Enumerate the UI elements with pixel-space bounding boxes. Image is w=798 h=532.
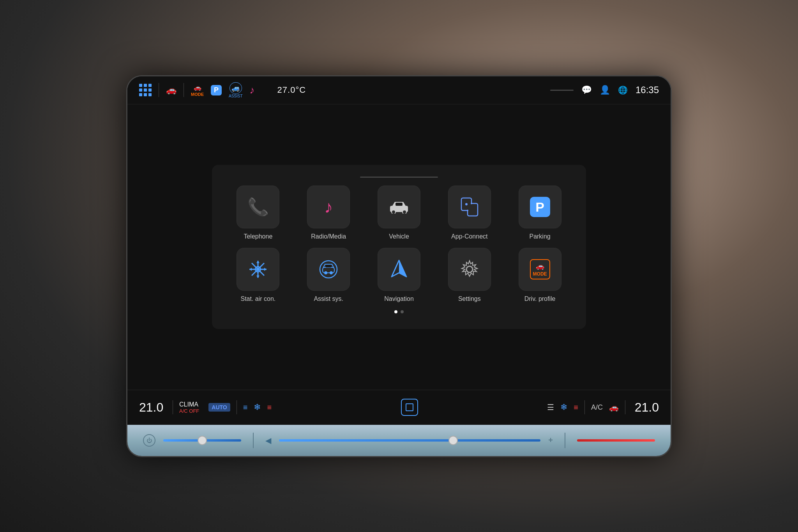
top-bar-right: 💬 👤 🌐 16:35 — [542, 85, 659, 95]
time-display: 16:35 — [636, 85, 659, 95]
globe-icon[interactable]: 🌐 — [618, 85, 628, 95]
svg-point-8 — [465, 203, 468, 205]
center-screen-button[interactable] — [401, 399, 418, 416]
app-tile-vehicle[interactable]: Vehicle — [369, 186, 430, 240]
grid-dot — [144, 84, 147, 87]
climate-divider-3 — [584, 400, 585, 414]
main-content: 📞 Telephone ♪ Radio/Media — [127, 104, 671, 390]
app-tile-settings[interactable]: Settings — [439, 248, 500, 302]
climate-divider-2 — [237, 400, 237, 414]
assist-top-icon[interactable]: 🚙 ASSIST — [229, 82, 243, 98]
parking-p-icon: P — [530, 197, 550, 217]
svg-point-2 — [403, 210, 406, 214]
svg-point-17 — [330, 271, 333, 274]
app-icon-assist-sys — [307, 248, 350, 291]
scroll-indicator — [360, 177, 438, 178]
heated-seat-right-icon[interactable]: ❄ — [560, 402, 567, 412]
app-label-settings: Settings — [458, 295, 481, 302]
triangle-icon[interactable]: ◀ — [265, 436, 271, 445]
user-icon[interactable]: 👤 — [600, 85, 610, 95]
app-icon-settings — [448, 248, 491, 291]
heated-seat-left-icon[interactable]: ❄ — [254, 402, 261, 412]
app-icon-vehicle — [378, 186, 420, 228]
home-grid-icon[interactable] — [139, 84, 152, 96]
top-bar-left: 🚗 🚗 MODE P 🚙 ASSIST ♪ — [139, 82, 542, 98]
center-slider[interactable] — [279, 439, 540, 442]
divider — [159, 83, 159, 97]
app-label-telephone: Telephone — [244, 233, 272, 240]
right-slider-red[interactable] — [577, 439, 655, 442]
fan-speed-left-icon[interactable]: ≡ — [243, 403, 248, 412]
ac-label[interactable]: A/C — [591, 403, 603, 412]
grid-dot — [139, 93, 142, 96]
app-icon-radio-media: ♪ — [307, 186, 350, 228]
page-dot-2[interactable] — [401, 310, 404, 313]
climate-divider-1 — [173, 400, 173, 414]
screen-button-inner — [406, 403, 413, 411]
grid-dot — [139, 84, 142, 87]
page-dots — [228, 310, 570, 313]
divider — [184, 83, 184, 97]
app-tile-stat-air-con[interactable]: Stat. air con. — [228, 248, 289, 302]
climate-bar: 21.0 CLIMA A/C OFF AUTO ≡ ❄ ≡ — [127, 390, 671, 425]
grid-dot — [148, 84, 152, 87]
svg-point-21 — [466, 266, 473, 272]
settings-gear-icon — [459, 259, 480, 279]
app-icon-telephone: 📞 — [237, 186, 279, 228]
fan-right-icon[interactable]: ≡ — [574, 403, 578, 412]
app-label-radio-media: Radio/Media — [311, 233, 346, 240]
app-tile-navigation[interactable]: Navigation — [369, 248, 430, 302]
aircon-icon — [248, 259, 268, 279]
app-icon-app-connect — [448, 186, 491, 228]
grid-dot — [148, 88, 152, 92]
app-icon-stat-air-con — [237, 248, 279, 291]
app-icon-driv-profile: 🚗 MODE — [519, 248, 561, 291]
grid-dot — [144, 88, 147, 92]
app-grid-row2: Stat. air con. — [228, 248, 570, 302]
app-label-app-connect: App-Connect — [451, 233, 487, 240]
climate-divider-4 — [625, 400, 625, 414]
app-tile-parking[interactable]: P Parking — [509, 186, 570, 240]
app-grid-container: 📞 Telephone ♪ Radio/Media — [212, 165, 586, 329]
app-label-navigation: Navigation — [384, 295, 414, 302]
app-tile-radio-media[interactable]: ♪ Radio/Media — [298, 186, 359, 240]
svg-point-16 — [324, 271, 327, 274]
grid-dot — [148, 93, 152, 96]
physical-divider-2 — [565, 433, 565, 448]
app-tile-driv-profile[interactable]: 🚗 MODE Driv. profile — [509, 248, 570, 302]
app-label-vehicle: Vehicle — [389, 233, 409, 240]
music-icon: ♪ — [324, 197, 333, 217]
chat-icon[interactable]: 💬 — [581, 85, 592, 95]
physical-control-bar: ⏻ ◀ + — [127, 425, 671, 456]
grid-dot — [139, 88, 142, 92]
power-button[interactable]: ⏻ — [143, 434, 155, 447]
left-slider-blue[interactable] — [163, 439, 241, 442]
app-tile-assist-sys[interactable]: Assist sys. — [298, 248, 359, 302]
music-top-icon[interactable]: ♪ — [250, 84, 255, 96]
car-rear-icon[interactable]: 🚗 — [609, 403, 619, 412]
svg-rect-15 — [323, 267, 334, 273]
grid-dot — [144, 93, 147, 96]
right-slider-thumb — [448, 436, 458, 445]
svg-point-1 — [392, 210, 395, 214]
nav-arrow-icon — [390, 259, 408, 280]
left-slider-thumb — [198, 436, 207, 445]
page-dot-1[interactable] — [394, 310, 397, 313]
mode-top-icon[interactable]: 🚗 MODE — [191, 84, 204, 97]
svg-rect-3 — [395, 203, 403, 206]
fan-speed-icon[interactable]: ≡ — [267, 403, 272, 412]
svg-rect-18 — [326, 265, 331, 267]
car-icon[interactable]: 🚗 — [166, 85, 177, 95]
app-tile-telephone[interactable]: 📞 Telephone — [228, 186, 289, 240]
menu-lines-icon[interactable]: ☰ — [547, 403, 554, 412]
app-tile-app-connect[interactable]: App-Connect — [439, 186, 500, 240]
auto-badge[interactable]: AUTO — [208, 403, 230, 412]
temperature-display: 27.0°C — [277, 85, 306, 95]
dashboard: 🚗 🚗 MODE P 🚙 ASSIST ♪ — [126, 75, 672, 457]
plus-icon[interactable]: + — [548, 436, 553, 445]
assist-icon — [318, 259, 339, 280]
appconnect-icon — [459, 196, 480, 217]
app-label-stat-air-con: Stat. air con. — [240, 295, 275, 302]
parking-top-icon[interactable]: P — [211, 85, 222, 95]
screen: 🚗 🚗 MODE P 🚙 ASSIST ♪ — [127, 76, 671, 425]
